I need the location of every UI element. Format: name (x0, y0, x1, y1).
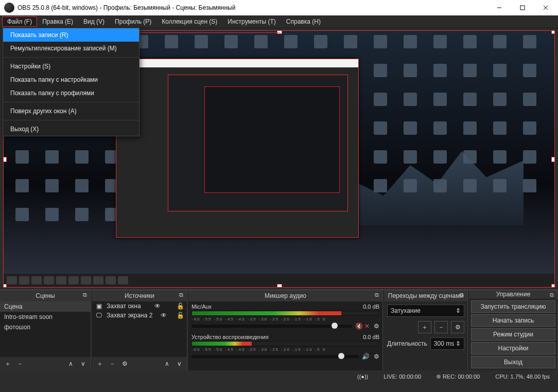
sources-dock: Источники⧉ ▣ Захват окна 👁 🔓 🖵 Захват эк… (92, 290, 187, 370)
duration-value: 300 ms (434, 340, 454, 347)
status-cpu: CPU: 1.7%, 48.00 fps (495, 373, 550, 380)
menubar: Файл (F) Правка (E) Вид (V) Профиль (P) … (0, 15, 558, 28)
status-live: LIVE: 00:00:00 (383, 373, 421, 380)
close-button[interactable] (534, 0, 557, 15)
menu-profile[interactable]: Профиль (P) (110, 16, 156, 27)
popout-icon[interactable]: ⧉ (548, 292, 555, 299)
sources-title: Источники (125, 292, 154, 299)
menu-always-on-top[interactable]: Поверх других окон (A) (3, 104, 139, 118)
separator (3, 57, 139, 58)
controls-body: Запустить трансляцию Начать запись Режим… (469, 298, 557, 370)
separator (3, 102, 139, 102)
channel-settings-button[interactable]: ⚙ (374, 353, 379, 360)
transition-type: Затухание (391, 307, 421, 314)
menu-help[interactable]: Справка (H) (281, 16, 326, 27)
add-scene-button[interactable]: ＋ (2, 359, 13, 369)
level-meter (191, 341, 379, 346)
controls-title: Управление (496, 291, 531, 298)
scene-down-button[interactable]: ∨ (77, 359, 89, 369)
transitions-title: Переходы между сценами (388, 292, 463, 299)
scenes-toolbar: ＋ － ∧ ∨ (0, 357, 91, 370)
monitor-icon: 🖵 (94, 312, 103, 319)
mute-button[interactable]: 🔊 (362, 353, 370, 360)
popout-icon[interactable]: ⧉ (81, 292, 89, 299)
separator (3, 120, 139, 120)
controls-header: Управление⧉ (469, 290, 557, 298)
menu-tools[interactable]: Инструменты (T) (222, 16, 281, 27)
rec-dot-icon (437, 375, 441, 379)
minimize-button[interactable] (487, 0, 511, 15)
visibility-toggle[interactable]: 👁 (161, 312, 169, 319)
scene-up-button[interactable]: ∧ (65, 359, 76, 369)
channel-db: 0.0 dB (363, 334, 379, 340)
menu-file[interactable]: Файл (F) (2, 16, 37, 27)
resize-handle[interactable] (277, 284, 282, 288)
add-transition-button[interactable]: ＋ (418, 321, 431, 333)
start-recording-button[interactable]: Начать запись (471, 314, 555, 327)
remove-scene-button[interactable]: － (14, 359, 26, 369)
mixer-title: Микшер аудио (265, 292, 306, 299)
meter-scale: -60 -55 -50 -45 -40 -35 -30 -25 -20 -15 … (191, 317, 379, 322)
scenes-dock: Сцены⧉ Сцена Intro-stream soon фотошоп ＋… (0, 290, 91, 370)
menu-show-settings-folder[interactable]: Показать папку с настройками (3, 73, 139, 86)
lock-toggle[interactable]: 🔓 (177, 312, 185, 319)
window-title: OBS 25.0.8 (64-bit, windows) - Профиль: … (18, 4, 487, 11)
start-streaming-button[interactable]: Запустить трансляцию (471, 300, 555, 313)
transitions-dock: Переходы между сценами⧉ Затухание⇕ ＋ － ⚙… (384, 290, 468, 370)
menu-show-recordings[interactable]: Показать записи (R) (3, 28, 139, 42)
scene-item[interactable]: Сцена (0, 301, 91, 312)
menu-show-profiles-folder[interactable]: Показать папку с профилями (3, 86, 139, 100)
menu-remux[interactable]: Ремультиплексирование записей (M) (3, 42, 139, 55)
source-properties-button[interactable]: ⚙ (119, 359, 130, 369)
source-up-button[interactable]: ∧ (161, 359, 172, 369)
mute-button[interactable]: 🔇 ✕ (355, 323, 370, 330)
scenes-header: Сцены⧉ (0, 290, 91, 301)
resize-handle[interactable] (3, 284, 7, 288)
channel-settings-button[interactable]: ⚙ (374, 323, 379, 330)
bottom-docks: Сцены⧉ Сцена Intro-stream soon фотошоп ＋… (0, 290, 558, 370)
remove-source-button[interactable]: － (107, 359, 118, 369)
resize-handle[interactable] (551, 284, 555, 288)
mixer-body: Mic/Aux0.0 dB -60 -55 -50 -45 -40 -35 -3… (188, 301, 382, 370)
menu-scene-collection[interactable]: Коллекция сцен (S) (156, 16, 222, 27)
duration-label: Длительность (387, 340, 427, 347)
svg-rect-1 (520, 6, 525, 10)
popout-icon[interactable]: ⧉ (458, 292, 465, 299)
scenes-title: Сцены (36, 292, 55, 299)
mixer-channel-playback: Устройство воспроизведения0.0 dB -60 -55… (188, 332, 382, 362)
chevron-up-down-icon: ⇕ (456, 340, 461, 347)
studio-mode-button[interactable]: Режим студии (471, 328, 555, 341)
source-item[interactable]: 🖵 Захват экрана 2 👁 🔓 (92, 311, 187, 320)
settings-button[interactable]: Настройки (471, 342, 555, 354)
menu-settings[interactable]: Настройки (S) (3, 60, 139, 73)
lock-toggle[interactable]: 🔓 (177, 302, 185, 310)
transition-settings-button[interactable]: ⚙ (451, 321, 464, 333)
add-source-button[interactable]: ＋ (94, 359, 106, 369)
transitions-header: Переходы между сценами⧉ (384, 290, 467, 301)
scenes-list[interactable]: Сцена Intro-stream soon фотошоп (0, 301, 91, 357)
duration-input[interactable]: 300 ms⇕ (430, 337, 464, 350)
menu-edit[interactable]: Правка (E) (37, 16, 78, 27)
resize-handle[interactable] (551, 157, 555, 162)
status-bar: ((●)) LIVE: 00:00:00 REC: 00:00:00 CPU: … (0, 370, 558, 383)
visibility-toggle[interactable]: 👁 (154, 302, 163, 310)
scene-item[interactable]: Intro-stream soon (0, 312, 91, 322)
chevron-up-down-icon: ⇕ (456, 307, 461, 314)
scene-item[interactable]: фотошоп (0, 322, 91, 332)
menu-exit[interactable]: Выход (X) (3, 122, 139, 136)
popout-icon[interactable]: ⧉ (178, 292, 185, 299)
volume-slider[interactable] (191, 355, 359, 358)
popout-icon[interactable]: ⧉ (373, 292, 380, 299)
resize-handle[interactable] (551, 30, 555, 34)
maximize-button[interactable] (511, 0, 534, 15)
remove-transition-button[interactable]: － (434, 321, 448, 333)
source-down-button[interactable]: ∨ (173, 359, 185, 369)
source-item[interactable]: ▣ Захват окна 👁 🔓 (92, 301, 187, 311)
channel-name: Mic/Aux (191, 304, 212, 310)
sources-list[interactable]: ▣ Захват окна 👁 🔓 🖵 Захват экрана 2 👁 🔓 (92, 301, 187, 357)
exit-button[interactable]: Выход (471, 356, 555, 368)
menu-view[interactable]: Вид (V) (78, 16, 110, 27)
transition-select[interactable]: Затухание⇕ (387, 305, 464, 317)
volume-slider[interactable] (191, 325, 352, 328)
resize-handle[interactable] (3, 157, 7, 162)
